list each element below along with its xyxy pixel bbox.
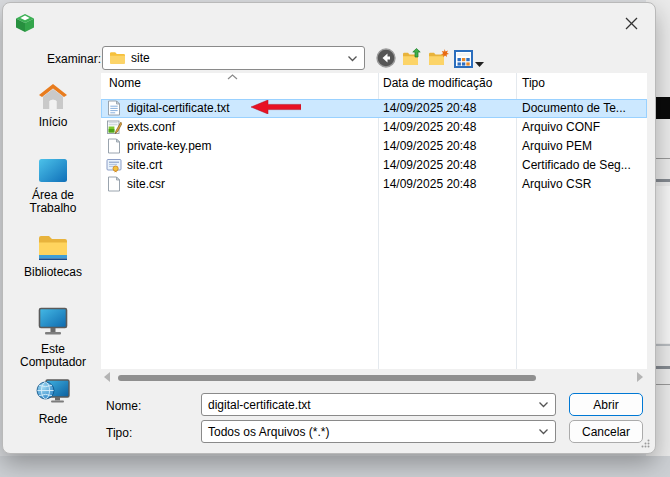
file-name: digital-certificate.txt [127, 99, 230, 118]
sidebar-item-area-de-trabalho[interactable]: Área de Trabalho [11, 158, 95, 215]
file-name: site.csr [127, 175, 165, 194]
home-icon [38, 83, 68, 110]
column-header-tipo[interactable]: Tipo [522, 76, 545, 90]
file-type: Arquivo CSR [522, 175, 591, 194]
file-name: private-key.pem [127, 137, 211, 156]
chevron-down-icon [538, 428, 549, 435]
sidebar-item-este-computador[interactable]: Este Computador [11, 307, 95, 369]
app-icon [15, 13, 35, 33]
file-date: 14/09/2025 20:48 [383, 99, 476, 118]
location-value: site [131, 51, 150, 65]
sidebar-item-rede[interactable]: Rede [11, 377, 95, 426]
close-button[interactable] [613, 9, 649, 37]
file-type-dropdown[interactable]: Todos os Arquivos (*.*) [201, 420, 556, 443]
folder-icon [109, 51, 126, 65]
back-button[interactable] [375, 47, 397, 69]
view-menu-caret[interactable] [475, 56, 484, 70]
network-icon [36, 377, 70, 407]
file-name-value: digital-certificate.txt [208, 398, 311, 412]
file-name-label: Nome: [106, 399, 141, 413]
background-desktop [0, 456, 670, 477]
certificate-file-icon [106, 157, 122, 173]
file-list: Nome Data de modificação Tipo digital-ce… [101, 73, 647, 369]
file-type-value: Todos os Arquivos (*.*) [208, 425, 329, 439]
file-type: Certificado de Seg... [522, 156, 631, 175]
libraries-icon [38, 234, 68, 260]
column-header-nome[interactable]: Nome [109, 76, 141, 90]
file-date: 14/09/2025 20:48 [383, 175, 476, 194]
sidebar-item-bibliotecas[interactable]: Bibliotecas [11, 234, 95, 279]
view-menu-button[interactable] [452, 48, 474, 70]
back-icon [376, 48, 396, 68]
file-date: 14/09/2025 20:48 [383, 137, 476, 156]
table-row[interactable]: site.csr 14/09/2025 20:48 Arquivo CSR [101, 175, 647, 194]
blank-file-icon [106, 176, 122, 192]
file-date: 14/09/2025 20:48 [383, 118, 476, 137]
chevron-down-icon [347, 55, 358, 62]
file-date: 14/09/2025 20:48 [383, 156, 476, 175]
sidebar-item-label: Rede [11, 413, 95, 426]
desktop-icon [38, 158, 68, 183]
close-icon [625, 17, 638, 30]
new-folder-icon [428, 48, 449, 68]
conf-file-icon [106, 119, 122, 135]
sidebar-item-label: Início [11, 116, 95, 129]
file-name: exts.conf [127, 118, 175, 137]
file-type: Arquivo CONF [522, 118, 600, 137]
resize-grip[interactable] [641, 439, 650, 448]
table-row[interactable]: site.crt 14/09/2025 20:48 Certificado de… [101, 156, 647, 175]
examinar-label: Examinar: [47, 52, 101, 66]
this-pc-icon [38, 307, 68, 337]
red-arrow-annotation [251, 100, 301, 114]
file-name-input[interactable]: digital-certificate.txt [201, 393, 556, 416]
up-one-level-button[interactable] [401, 47, 423, 69]
sidebar-item-label: Este Computador [11, 343, 95, 369]
open-file-dialog: Examinar: site [2, 2, 656, 454]
file-type: Documento de Te... [522, 99, 626, 118]
chevron-down-icon [538, 401, 549, 408]
sidebar-item-inicio[interactable]: Início [11, 83, 95, 129]
file-name: site.crt [127, 156, 162, 175]
up-one-level-icon [402, 48, 423, 68]
scrollbar-right-arrow[interactable] [637, 372, 643, 382]
sidebar-item-label: Bibliotecas [11, 266, 95, 279]
view-menu-icon [454, 50, 473, 68]
sort-ascending-icon [227, 74, 238, 80]
file-type-label: Tipo: [106, 426, 132, 440]
column-header-data[interactable]: Data de modificação [383, 76, 492, 90]
cancel-button[interactable]: Cancelar [569, 420, 643, 443]
file-type: Arquivo PEM [522, 137, 592, 156]
caret-down-icon [475, 62, 484, 67]
table-row[interactable]: private-key.pem 14/09/2025 20:48 Arquivo… [101, 137, 647, 156]
open-button[interactable]: Abrir [569, 393, 643, 416]
location-dropdown[interactable]: site [102, 46, 365, 70]
blank-file-icon [106, 138, 122, 154]
text-document-icon [106, 100, 122, 116]
horizontal-scrollbar-thumb[interactable] [118, 375, 536, 381]
new-folder-button[interactable] [427, 47, 449, 69]
table-row[interactable]: exts.conf 14/09/2025 20:48 Arquivo CONF [101, 118, 647, 137]
sidebar-item-label: Área de Trabalho [11, 189, 95, 215]
scrollbar-left-arrow[interactable] [104, 372, 110, 382]
table-row[interactable]: digital-certificate.txt 14/09/2025 20:48… [101, 99, 647, 118]
